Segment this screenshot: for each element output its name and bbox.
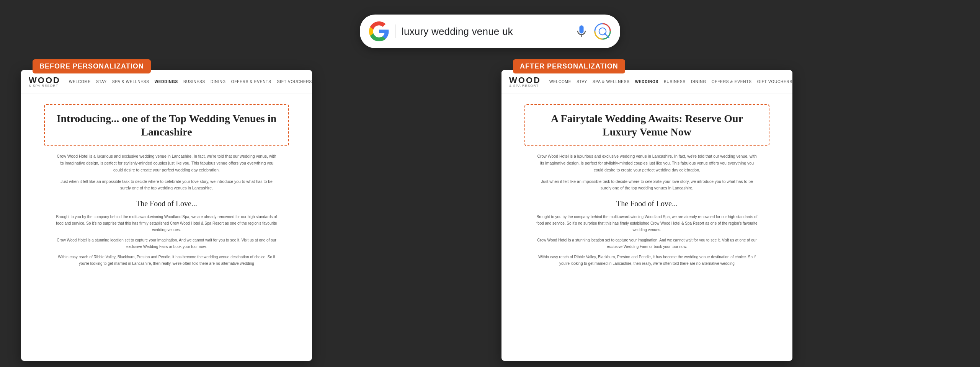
before-nav-business[interactable]: BUSINESS: [183, 80, 205, 84]
before-nav-weddings[interactable]: WEDDINGS: [155, 80, 178, 84]
after-main-heading: A Fairytale Wedding Awaits: Reserve Our …: [537, 112, 757, 139]
after-nav-dining[interactable]: DINING: [691, 80, 706, 84]
before-badge: BEFORE PERSONALIZATION: [33, 59, 151, 73]
before-body-2: Crow Wood Hotel is a stunning location s…: [56, 237, 278, 250]
after-panel: WOOD & SPA RESORT WELCOME STAY SPA & WEL…: [501, 70, 792, 361]
before-body-1: Brought to you by the company behind the…: [56, 214, 278, 233]
after-nav-offers[interactable]: OFFERS & EVENTS: [712, 80, 752, 84]
before-section-heading: The Food of Love...: [44, 199, 289, 208]
after-intro-text: Crow Wood Hotel is a luxurious and exclu…: [536, 153, 758, 174]
after-badge: AFTER PERSONALIZATION: [513, 59, 625, 73]
lens-icon[interactable]: [594, 23, 611, 40]
search-icons: [574, 23, 611, 40]
before-nav-spa[interactable]: SPA & WELLNESS: [112, 80, 149, 84]
before-intro-text: Crow Wood Hotel is a luxurious and exclu…: [56, 153, 278, 174]
after-body-3: Within easy reach of Ribble Valley, Blac…: [536, 254, 758, 267]
after-nav-bar: WOOD & SPA RESORT WELCOME STAY SPA & WEL…: [501, 70, 792, 93]
after-nav-business[interactable]: BUSINESS: [664, 80, 686, 84]
after-highlight-box: A Fairytale Wedding Awaits: Reserve Our …: [524, 104, 769, 146]
before-nav-stay[interactable]: STAY: [96, 80, 107, 84]
mic-icon[interactable]: [574, 24, 589, 39]
before-nav-gift[interactable]: GIFT VOUCHERS: [277, 80, 312, 84]
before-logo: WOOD & SPA RESORT: [29, 75, 64, 88]
before-nav-dining[interactable]: DINING: [211, 80, 226, 84]
before-nav-bar: WOOD & SPA RESORT WELCOME STAY SPA & WEL…: [21, 70, 312, 93]
after-nav-gift[interactable]: GIFT VOUCHERS: [757, 80, 792, 84]
before-body-3: Within easy reach of Ribble Valley, Blac…: [56, 254, 278, 267]
after-page-content: A Fairytale Wedding Awaits: Reserve Our …: [501, 93, 792, 281]
before-nav-links: WELCOME STAY SPA & WELLNESS WEDDINGS BUS…: [69, 77, 312, 86]
after-body-2: Crow Wood Hotel is a stunning location s…: [536, 237, 758, 250]
after-intro-text-2: Just when it felt like an impossible tas…: [536, 178, 758, 192]
google-logo: [369, 21, 389, 41]
after-body-1: Brought to you by the company behind the…: [536, 214, 758, 233]
search-text[interactable]: luxury wedding venue uk: [402, 26, 568, 38]
after-logo: WOOD & SPA RESORT: [509, 75, 544, 88]
search-bar[interactable]: luxury wedding venue uk: [360, 15, 620, 48]
after-nav-spa[interactable]: SPA & WELLNESS: [593, 80, 630, 84]
before-nav-offers[interactable]: OFFERS & EVENTS: [231, 80, 271, 84]
after-nav-stay[interactable]: STAY: [577, 80, 587, 84]
search-bar-container: luxury wedding venue uk: [360, 15, 620, 48]
after-section-heading: The Food of Love...: [524, 199, 769, 208]
svg-line-2: [605, 34, 609, 38]
before-intro-text-2: Just when it felt like an impossible tas…: [56, 178, 278, 192]
after-nav-links: WELCOME STAY SPA & WELLNESS WEDDINGS BUS…: [549, 77, 792, 86]
before-page-content: Introducing... one of the Top Wedding Ve…: [21, 93, 312, 281]
search-divider: [395, 24, 395, 38]
before-nav-welcome[interactable]: WELCOME: [69, 80, 91, 84]
before-main-heading: Introducing... one of the Top Wedding Ve…: [56, 112, 277, 139]
after-nav-weddings[interactable]: WEDDINGS: [635, 80, 658, 84]
before-highlight-box: Introducing... one of the Top Wedding Ve…: [44, 104, 289, 146]
after-nav-welcome[interactable]: WELCOME: [549, 80, 571, 84]
before-panel: WOOD & SPA RESORT WELCOME STAY SPA & WEL…: [21, 70, 312, 361]
